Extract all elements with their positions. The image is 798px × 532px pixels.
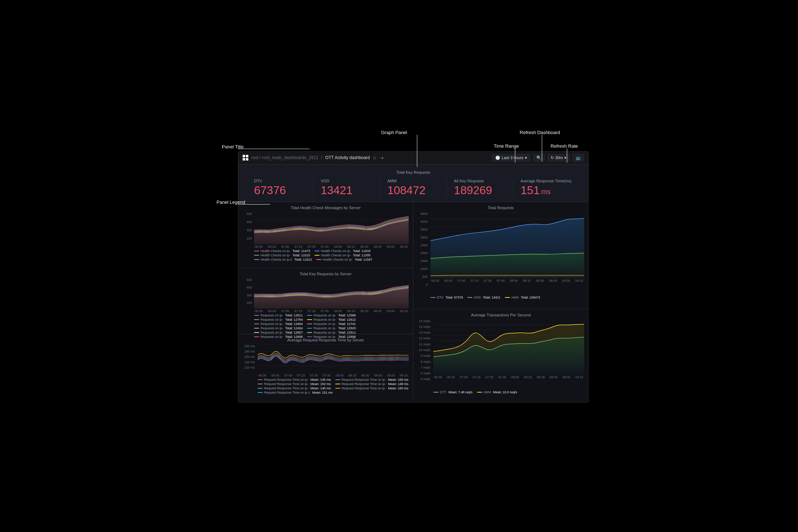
health-check-title: Total Health Check Messages by Server — [243, 206, 409, 210]
key-requests-y-axis: 500400300200 — [243, 278, 253, 305]
legend-item: Health Checks on ip-Total: 11633 — [315, 249, 371, 253]
legend-item: AMMMean: 10.0 req/s — [477, 390, 517, 394]
response-time-y-axis: 200 ms180 ms160 ms140 ms120 ms — [243, 344, 256, 369]
zoom-out-icon: 🔍 — [536, 156, 541, 160]
stats-row: DTV 67376 VOD 13421 AMM 108472 All Key R… — [247, 179, 580, 196]
graph-panel-label: Graph Panel — [381, 130, 407, 135]
response-time-title: Average Request Response Time by Server — [243, 338, 409, 342]
time-range-button[interactable]: 🕐 Last 3 hours ▾ — [492, 154, 530, 162]
chevron-down-icon2: ▾ — [564, 156, 566, 160]
legend-item: AMMTotal: 108472 — [505, 296, 540, 299]
legend-item: Request Response Time on ip-Mean: 152 ms — [258, 382, 331, 386]
avg-tps-chart — [433, 319, 584, 375]
legend-item: Requests on ip-Total: 12657 — [254, 331, 303, 334]
stat-all: All Key Requests 189269 — [447, 179, 514, 196]
legend-item: Request Response Time on ip-Mean: 150 ms — [335, 378, 409, 381]
stats-panel: Total Key Requests DTV 67376 VOD 13421 A… — [238, 164, 588, 202]
health-check-chart — [254, 212, 409, 244]
total-requests-title: Total Requests — [418, 206, 584, 210]
key-requests-chart — [254, 278, 409, 309]
topbar-right: 🕐 Last 3 hours ▾ 🔍 ↻ 30m ▾ 📺 — [492, 154, 584, 162]
stat-avg-unit: ms — [541, 188, 551, 196]
legend-item: Request Response Time on ip-Mean: 145 ms — [258, 378, 331, 381]
legend-item: Requests on ip-Total: 12741 — [307, 322, 356, 326]
panels-grid: Total Health Check Messages by Server 50… — [238, 202, 588, 402]
key-requests-x-axis: 06:3006:4507:0007:1507:3007:4508:0008:15… — [254, 309, 409, 313]
stat-dtv-label: DTV — [254, 179, 306, 183]
chevron-down-icon: ▾ — [525, 156, 527, 160]
legend-item: Health Checks on ip-2Total: 11512 — [254, 258, 312, 261]
total-requests-legend: DTVTotal: 67376 VODTotal: 13421 AMMTotal… — [430, 296, 584, 299]
dashboard-title: OTT Activity dashboard — [325, 155, 370, 160]
health-check-x-axis: 06:3006:4507:0007:1507:3007:4508:0008:15… — [254, 245, 409, 248]
key-requests-title: Total Key Requests by Server — [243, 272, 409, 276]
avg-tps-panel: Average Transactions Per Second 15 req/s… — [413, 309, 588, 402]
stat-dtv: DTV 67376 — [247, 179, 313, 196]
stat-avg: Average Response Time(ms) 151 ms — [514, 179, 580, 196]
clock-icon: 🕐 — [495, 156, 500, 160]
star-icon[interactable]: ☆ — [373, 155, 377, 161]
right-panels: Total Requests 4500400035003000250020001… — [413, 202, 588, 402]
response-time-chart — [258, 344, 409, 373]
stat-avg-label: Average Response Time(ms) — [521, 179, 573, 183]
legend-item: Request Response Time on ip-1Mean: 151 m… — [258, 391, 333, 394]
legend-item: Health Checks on ip-Total: 11305 — [315, 253, 371, 257]
stat-vod: VOD 13421 — [313, 179, 380, 196]
refresh-rate-value: 30m — [555, 156, 563, 160]
legend-item: Requests on ip-Total: 12454 — [254, 326, 303, 330]
total-requests-x-axis: 06:3006:4507:0007:1507:3007:4508:0008:15… — [430, 279, 584, 282]
app-logo — [243, 155, 248, 161]
breadcrumb-separator: / — [321, 155, 322, 160]
legend-item: Requests on ip-Total: 12784 — [254, 318, 303, 321]
total-requests-y-axis: 450040003500300025002000150010005000 — [418, 212, 429, 286]
legend-item: Requests on ip-Total: 12586 — [307, 314, 356, 317]
health-check-legend: Health Checks on ip-Total: 11473 Health … — [254, 249, 409, 261]
avg-tps-legend: OTTMean: 7.48 req/s AMMMean: 10.0 req/s — [433, 390, 584, 394]
stat-amm: AMM 108472 — [380, 179, 447, 196]
total-requests-chart — [430, 212, 584, 278]
share-icon[interactable]: ⇢ — [380, 155, 384, 161]
response-time-x-axis: 06:3006:4507:0007:1507:3007:4508:0008:15… — [258, 374, 409, 377]
response-time-panel: Average Request Response Time by Server … — [238, 334, 413, 402]
stat-amm-value: 108472 — [387, 184, 439, 196]
legend-item: Requests on ip-Total: 12611 — [254, 314, 303, 317]
stats-title: Total Key Requests — [247, 170, 580, 174]
legend-item: Requests on ip-Total: 12503 — [307, 326, 356, 330]
legend-item: Requests on ip-Total: 12612 — [307, 318, 356, 321]
legend-item: Health Checks on ip-Total: 11597 — [316, 258, 373, 261]
zoom-out-button[interactable]: 🔍 — [533, 154, 545, 162]
breadcrumb: root / root_node_dashboards_2811 — [251, 155, 318, 160]
topbar-left: root / root_node_dashboards_2811 / OTT A… — [243, 155, 384, 161]
legend-item: DTVTotal: 67376 — [430, 296, 463, 299]
avg-tps-title: Average Transactions Per Second — [418, 313, 584, 317]
total-requests-panel: Total Requests 4500400035003000250020001… — [413, 202, 588, 309]
legend-item: Health Checks on ip-Total: 11515 — [254, 253, 310, 257]
legend-item: Request Response Time on ip-Mean: 160 ms — [335, 386, 409, 390]
avg-tps-y-axis: 15 req/s14 req/s13 req/s12 req/s11 req/s… — [418, 319, 432, 381]
avg-tps-x-axis: 06:3006:4507:0007:1507:3007:4508:0008:15… — [433, 375, 584, 379]
tv-mode-button[interactable]: 📺 — [573, 154, 584, 162]
stat-avg-value: 151 — [521, 184, 540, 196]
time-range-label: Time Range — [494, 143, 519, 149]
legend-item: Request Response Time on ip-Mean: 145 ms — [258, 386, 331, 390]
legend-item: Request Response Time on ip-Mean: 148 ms — [335, 382, 409, 386]
time-range-value: Last 3 hours — [502, 156, 524, 160]
topbar: root / root_node_dashboards_2811 / OTT A… — [238, 152, 588, 164]
stat-vod-value: 13421 — [321, 184, 373, 196]
health-check-panel: Total Health Check Messages by Server 50… — [238, 202, 413, 268]
legend-item: OTTMean: 7.48 req/s — [433, 390, 473, 394]
refresh-dashboard-label: Refresh Dashboard — [520, 130, 560, 135]
stat-dtv-value: 67376 — [254, 184, 306, 196]
refresh-rate-label: Refresh Rate — [550, 143, 578, 149]
refresh-button[interactable]: ↻ 30m ▾ — [548, 154, 570, 162]
legend-item: Requests on ip-Total: 12694 — [254, 322, 303, 326]
legend-item: Requests on ip-Total: 12511 — [307, 331, 356, 334]
left-panels: Total Health Check Messages by Server 50… — [238, 202, 413, 402]
health-check-y-axis: 500400300200 — [243, 212, 253, 241]
stat-all-value: 189269 — [454, 184, 506, 196]
refresh-icon: ↻ — [551, 156, 554, 160]
stat-vod-label: VOD — [321, 179, 373, 183]
stat-amm-label: AMM — [387, 179, 439, 183]
legend-item: Health Checks on ip-Total: 11473 — [254, 249, 310, 253]
tv-icon: 📺 — [576, 156, 581, 160]
